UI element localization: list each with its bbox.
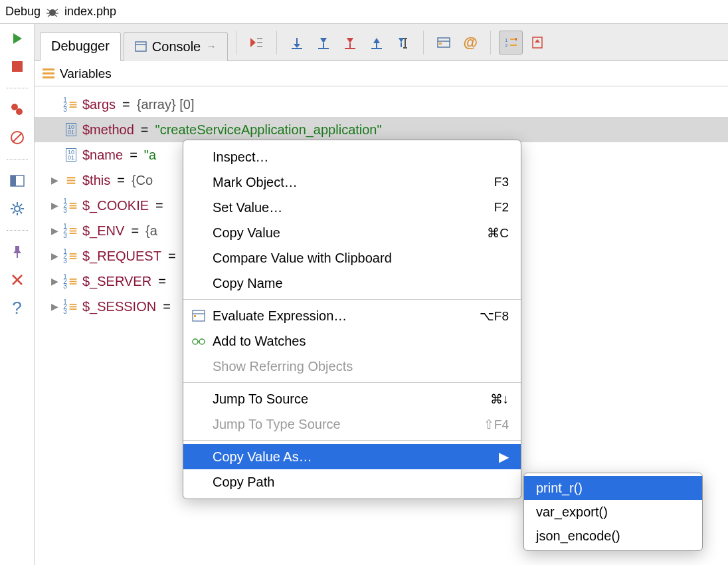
- var-value: "createServiceApplication_application": [155, 122, 382, 138]
- step-out-icon[interactable]: [365, 31, 389, 55]
- tab-console-label: Console: [152, 39, 201, 55]
- menu-separator: [183, 299, 521, 300]
- submenu-arrow-icon: ▶: [499, 449, 509, 465]
- export-icon[interactable]: [525, 31, 549, 55]
- array-icon: 123: [64, 275, 78, 288]
- menu-jump-to-source[interactable]: Jump To Source⌘↓: [183, 386, 521, 411]
- bug-icon: [46, 7, 59, 17]
- resume-icon[interactable]: [8, 31, 27, 47]
- expand-icon[interactable]: ▶: [49, 276, 60, 286]
- var-name: $_REQUEST: [82, 249, 161, 264]
- help-icon[interactable]: ?: [8, 300, 27, 316]
- show-execution-point-icon[interactable]: [244, 31, 268, 55]
- context-menu: Inspect… Mark Object…F3 Set Value…F2 Cop…: [183, 140, 521, 499]
- expand-icon[interactable]: ▶: [49, 200, 60, 211]
- svg-line-12: [13, 133, 22, 142]
- svg-marker-36: [320, 38, 327, 43]
- variables-panel-header: Variables: [35, 61, 728, 86]
- svg-line-21: [20, 211, 22, 213]
- menu-separator: [183, 382, 521, 383]
- console-icon: [135, 41, 147, 52]
- svg-rect-62: [194, 315, 196, 317]
- var-name: $_SESSION: [82, 299, 156, 314]
- array-icon: 123: [64, 300, 78, 313]
- evaluate-icon[interactable]: [432, 31, 456, 55]
- var-value: {a: [145, 223, 157, 239]
- svg-marker-39: [347, 38, 353, 43]
- menu-copy-value[interactable]: Copy Value⌘C: [183, 220, 521, 245]
- menu-evaluate-expression[interactable]: Evaluate Expression…⌥F8: [183, 303, 521, 328]
- svg-marker-45: [399, 38, 404, 43]
- menu-set-value[interactable]: Set Value…F2: [183, 195, 521, 220]
- svg-line-1: [47, 9, 50, 11]
- array-icon: 123: [64, 98, 78, 111]
- menu-add-to-watches[interactable]: Add to Watches: [183, 328, 521, 354]
- menu-mark-object[interactable]: Mark Object…F3: [183, 170, 521, 195]
- expand-icon[interactable]: ▶: [49, 251, 60, 261]
- svg-point-10: [16, 108, 23, 115]
- var-name: $_SERVER: [82, 274, 151, 289]
- settings-icon[interactable]: [8, 201, 27, 217]
- var-value: {array} [0]: [137, 97, 195, 112]
- array-icon: 123: [64, 199, 78, 212]
- var-name: $method: [82, 122, 134, 138]
- menu-separator: [183, 440, 521, 441]
- var-name: $_ENV: [82, 223, 124, 239]
- debug-label: Debug: [5, 5, 41, 19]
- tab-console[interactable]: Console →: [124, 32, 228, 61]
- run-to-cursor-icon[interactable]: [391, 31, 415, 55]
- expand-icon[interactable]: ▶: [49, 301, 60, 312]
- var-name: $args: [82, 97, 116, 112]
- svg-line-5: [48, 15, 50, 17]
- submenu-json-encode[interactable]: json_encode(): [524, 524, 702, 548]
- svg-text:2: 2: [505, 43, 508, 49]
- var-row[interactable]: 1001 $method = "createServiceApplication…: [35, 117, 728, 142]
- svg-marker-7: [13, 33, 22, 44]
- watches-icon[interactable]: @: [458, 31, 482, 55]
- tab-debugger[interactable]: Debugger: [40, 32, 121, 61]
- var-name: $_COOKIE: [82, 198, 149, 213]
- left-toolbar: ?: [0, 24, 35, 565]
- debug-header: Debug index.php: [0, 0, 728, 24]
- tab-debugger-label: Debugger: [51, 39, 110, 54]
- step-into-icon[interactable]: [312, 31, 335, 55]
- menu-copy-value-as[interactable]: Copy Value As…▶: [183, 444, 521, 469]
- svg-rect-27: [136, 42, 146, 51]
- svg-point-64: [199, 339, 205, 344]
- variables-panel-title: Variables: [60, 66, 112, 81]
- submenu-var-export[interactable]: var_export(): [524, 500, 702, 524]
- svg-line-6: [54, 15, 57, 17]
- expand-icon[interactable]: ▶: [49, 225, 60, 236]
- calculator-icon: [191, 308, 206, 323]
- layout-icon[interactable]: [8, 173, 27, 189]
- menu-show-referring-objects: Show Referring Objects: [183, 354, 521, 379]
- svg-point-15: [15, 206, 20, 211]
- pin-icon[interactable]: [8, 244, 27, 260]
- svg-rect-52: [439, 43, 442, 45]
- var-row[interactable]: 123 $args = {array} [0]: [35, 92, 728, 117]
- force-step-into-icon[interactable]: [338, 31, 362, 55]
- step-over-icon[interactable]: [285, 31, 309, 55]
- variables-panel-icon: [43, 68, 54, 78]
- debugger-tabbar: Debugger Console → @ 12: [35, 24, 728, 61]
- expand-icon[interactable]: ▶: [49, 175, 60, 185]
- var-value: {Co: [132, 173, 153, 188]
- sort-icon[interactable]: 12: [499, 31, 523, 55]
- svg-line-2: [54, 9, 58, 11]
- stop-icon[interactable]: [8, 58, 27, 74]
- glasses-icon: [191, 334, 206, 348]
- menu-copy-path[interactable]: Copy Path: [183, 469, 521, 495]
- var-name: $name: [82, 148, 123, 163]
- svg-marker-29: [250, 38, 256, 47]
- svg-marker-59: [535, 39, 540, 43]
- svg-line-20: [13, 204, 15, 206]
- close-icon[interactable]: [8, 272, 27, 288]
- mute-breakpoints-icon[interactable]: [8, 130, 27, 146]
- menu-compare-value[interactable]: Compare Value with Clipboard: [183, 245, 521, 271]
- svg-line-22: [13, 211, 15, 213]
- breakpoints-icon[interactable]: [8, 102, 27, 118]
- submenu-print-r[interactable]: print_r(): [524, 476, 702, 500]
- menu-jump-to-type-source: Jump To Type Source⇧F4: [183, 411, 521, 437]
- menu-inspect[interactable]: Inspect…: [183, 144, 521, 170]
- menu-copy-name[interactable]: Copy Name: [183, 271, 521, 296]
